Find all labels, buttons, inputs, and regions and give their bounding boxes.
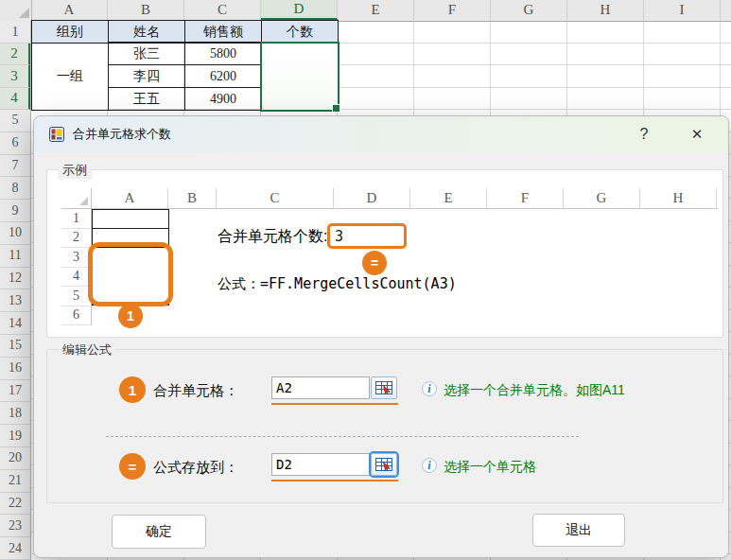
ok-button[interactable]: 确定 [112,515,206,549]
mini-col-g: G [564,188,640,208]
cell-name[interactable]: 张三 [108,42,185,65]
destination-field-group [271,453,398,481]
mini-row-header: 6 [61,306,91,326]
edit-formula-legend: 编辑公式 [58,341,116,359]
mini-corner-triangle-icon [79,197,88,205]
mini-select-all-corner [61,188,92,208]
separator-dashed [106,436,579,437]
mini-row-header: 4 [61,268,91,288]
cell-b1[interactable]: 姓名 [108,20,185,44]
dialog-titlebar[interactable]: 合并单元格求个数 ? ✕ [34,116,728,152]
col-header-h[interactable]: H [567,0,644,20]
row-header-1[interactable]: 1 [0,21,30,44]
example-mini-sheet: A B C D E F G H 123456 1 合并单元格个数: 3 = 公式… [61,188,718,326]
equals-badge: = [362,251,387,275]
dialog-title: 合并单元格求个数 [73,126,171,143]
app-icon [49,127,64,142]
step-1-badge: 1 [119,376,146,403]
merge-cell-field-group [271,376,398,405]
mini-row-header: 2 [61,229,91,249]
mini-column-headers: A B C D E F G H [61,188,718,209]
info-icon: i [422,381,437,396]
col-header-b[interactable]: B [108,0,184,20]
row-header[interactable]: 17 [0,380,30,403]
col-header-e[interactable]: E [338,0,414,20]
col-header-i[interactable]: I [644,0,721,20]
mini-col-b: B [168,188,217,208]
destination-label: 公式存放到： [153,459,238,477]
row-header[interactable]: 5 [0,110,30,132]
mini-col-h: H [640,188,717,208]
mini-col-e: E [410,188,487,208]
example-legend: 示例 [58,162,92,179]
table-row: 张三 5800 [108,43,262,65]
close-button[interactable]: ✕ [679,116,715,152]
row-header[interactable]: 8 [0,177,30,200]
cell-sales-value[interactable]: 6200 [184,64,262,88]
row-header[interactable]: 19 [0,425,30,447]
row-header[interactable]: 18 [0,402,30,425]
dialog-merge-cells-count: 合并单元格求个数 ? ✕ 示例 A B C D E F G H 123456 [33,115,729,558]
cell-a2-merged-group[interactable]: 一组 [31,43,109,111]
table-row: 李四 6200 [108,65,262,88]
row-header-2-selected[interactable]: 2 [0,44,30,66]
range-picker-icon [375,458,392,471]
col-header-c[interactable]: C [184,0,261,20]
col-header-g[interactable]: G [491,0,567,20]
row-header-4-selected[interactable]: 4 [0,88,30,111]
step-equals-badge: = [119,453,146,480]
cell-sales-value[interactable]: 4900 [184,87,262,111]
fill-handle[interactable] [332,104,340,113]
row-header[interactable]: 21 [0,470,30,493]
row-header[interactable]: 9 [0,200,30,222]
merge-cell-input[interactable] [271,376,370,399]
row-header[interactable]: 24 [0,537,30,560]
exit-button[interactable]: 退出 [532,514,625,547]
table-data-rows: 张三 5800 李四 6200 王五 4900 [108,43,262,111]
row-header[interactable]: 15 [0,335,30,358]
row-header[interactable]: 12 [0,268,30,290]
col-header-d-selected[interactable]: D [261,0,338,20]
col-header-f[interactable]: F [414,0,491,20]
row-header-strip-bottom: 56789101112131415161718192021222324 [0,110,31,560]
range-picker-icon [375,381,392,394]
mini-row-header: 5 [61,287,91,306]
destination-input[interactable] [271,453,370,476]
column-header-strip: A B C D E F G H I [0,0,731,22]
row-header[interactable]: 14 [0,312,30,335]
merge-range-picker-button[interactable] [371,376,397,399]
mini-row-header: 1 [61,209,91,229]
cell-name[interactable]: 王五 [108,87,185,111]
destination-range-picker-button[interactable] [371,453,397,476]
cell-d1[interactable]: 个数 [261,20,339,44]
merge-cell-hint: 选择一个合并单元格。如图A11 [444,382,625,399]
formula-text: 公式：=FF.MergeCellsCount(A3) [218,275,457,293]
row-header[interactable]: 16 [0,358,30,380]
info-icon: i [422,458,437,473]
row-header[interactable]: 20 [0,447,30,470]
row-header[interactable]: 13 [0,289,30,312]
mini-col-d: D [334,188,410,208]
row-header[interactable]: 6 [0,132,30,155]
row-header[interactable]: 10 [0,222,30,245]
cell-c1[interactable]: 销售额 [184,20,262,44]
cell-a1[interactable]: 组别 [31,20,109,44]
mini-col-c: C [217,188,334,208]
row-header[interactable]: 23 [0,515,30,537]
col-header-a[interactable]: A [31,0,108,20]
callout-1-badge: 1 [118,304,143,328]
help-button[interactable]: ? [626,116,662,152]
select-all-triangle-icon [19,8,29,18]
row-header[interactable]: 22 [0,493,30,516]
count-value-box: 3 [327,223,407,249]
edit-formula-groupbox: 编辑公式 1 合并单元格： i 选择一个合并单元格。如图A11 = 公式存放到： [46,349,723,503]
row-header[interactable]: 11 [0,245,30,268]
select-all-corner[interactable] [0,0,32,20]
cell-sales-value[interactable]: 5800 [184,42,262,65]
row-header-3-selected[interactable]: 3 [0,65,30,88]
selection-d2-d4[interactable] [260,42,339,112]
count-label: 合并单元格个数: [218,227,327,247]
mini-row-header: 3 [61,248,91,268]
cell-name[interactable]: 李四 [108,64,185,88]
row-header[interactable]: 7 [0,155,30,178]
